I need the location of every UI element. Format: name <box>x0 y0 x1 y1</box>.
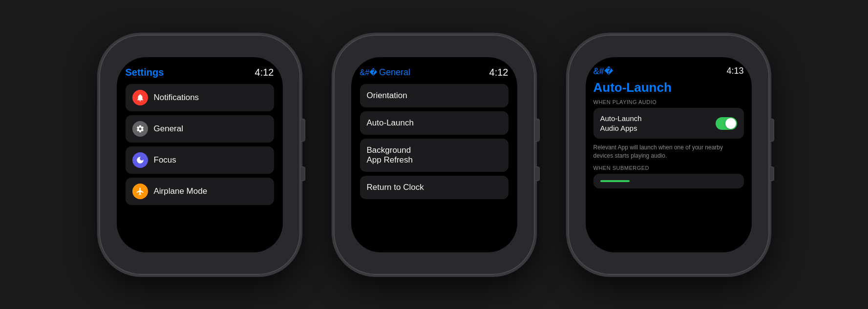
watch-1-header: Settings 4:12 <box>126 67 274 78</box>
watch-3-screen: &#� 4:13 Auto-Launch WHEN PLAYING AUDIO … <box>586 57 752 252</box>
list-item[interactable]: Auto-Launch <box>360 111 508 135</box>
auto-launch-toggle-row[interactable]: Auto-LaunchAudio Apps <box>593 108 744 139</box>
watch-2-screen: &#� General 4:12 Orientation Auto-Launch… <box>351 57 517 252</box>
auto-launch-label: Auto-Launch <box>367 118 414 128</box>
background-app-refresh-label: BackgroundApp Refresh <box>367 145 413 165</box>
watch-1: Settings 4:12 Notifications General <box>97 33 302 277</box>
list-item[interactable]: Notifications <box>126 84 274 111</box>
watch-3: &#� 4:13 Auto-Launch WHEN PLAYING AUDIO … <box>566 33 771 277</box>
watch-1-time: 4:12 <box>255 67 274 78</box>
when-playing-audio-label: WHEN PLAYING AUDIO <box>593 99 744 105</box>
watch-2-header: &#� General 4:12 <box>360 67 508 78</box>
back-button[interactable]: &#� <box>593 66 613 77</box>
back-navigation[interactable]: &#� General <box>360 67 411 78</box>
list-item[interactable]: Return to Clock <box>360 176 508 199</box>
list-item[interactable]: Orientation <box>360 84 508 107</box>
description-text: Relevant App will launch when one of you… <box>593 144 744 160</box>
back-label: General <box>379 67 410 78</box>
general-label: General <box>154 124 183 134</box>
watch-2: &#� General 4:12 Orientation Auto-Launch… <box>332 33 537 277</box>
when-submerged-label: WHEN SUBMERGED <box>593 165 744 171</box>
autolaunch-title: Auto-Launch <box>593 81 744 95</box>
watch-3-time: 4:13 <box>726 66 743 76</box>
auto-launch-toggle[interactable] <box>716 117 737 130</box>
autolaunch-top-bar: &#� 4:13 <box>593 66 744 77</box>
notifications-label: Notifications <box>154 93 199 103</box>
autolaunch-content: &#� 4:13 Auto-Launch WHEN PLAYING AUDIO … <box>586 57 752 252</box>
toggle-label: Auto-LaunchAudio Apps <box>600 114 716 133</box>
focus-icon <box>132 152 148 168</box>
orientation-label: Orientation <box>367 91 407 101</box>
settings-list: Notifications General Focus <box>126 84 274 205</box>
back-chevron-icon: &#� <box>360 68 378 77</box>
watch-2-time: 4:12 <box>489 67 508 78</box>
watch-1-title: Settings <box>126 67 164 78</box>
focus-label: Focus <box>154 155 176 165</box>
list-item[interactable]: BackgroundApp Refresh <box>360 139 508 172</box>
watch-1-screen: Settings 4:12 Notifications General <box>117 57 283 252</box>
submerged-indicator <box>600 180 630 182</box>
list-item[interactable]: Focus <box>126 146 274 174</box>
general-icon <box>132 121 148 137</box>
notifications-icon <box>132 90 148 105</box>
airplane-mode-icon <box>132 184 148 199</box>
submerged-bar <box>593 174 744 188</box>
airplane-mode-label: Airplane Mode <box>154 186 208 196</box>
list-item[interactable]: General <box>126 115 274 143</box>
general-settings-list: Orientation Auto-Launch BackgroundApp Re… <box>360 84 508 199</box>
return-to-clock-label: Return to Clock <box>367 183 424 192</box>
list-item[interactable]: Airplane Mode <box>126 178 274 205</box>
